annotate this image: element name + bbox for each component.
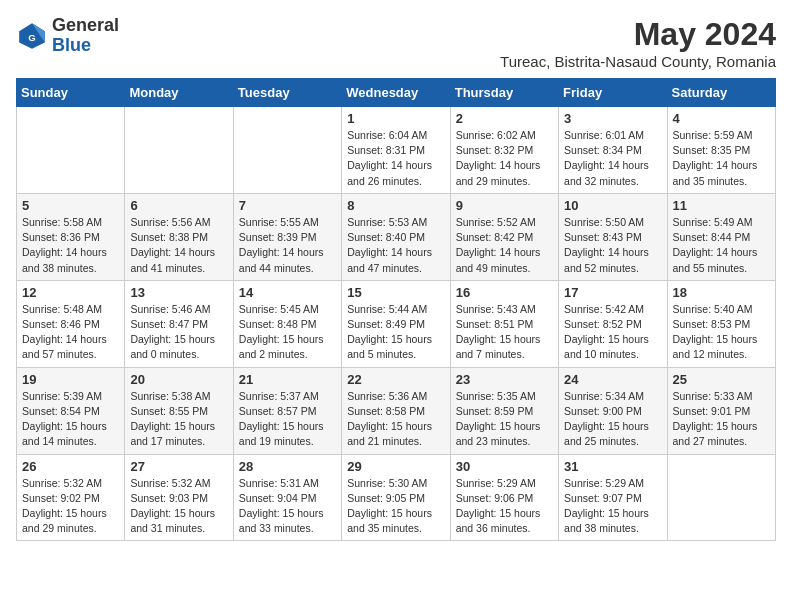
logo-icon: G bbox=[16, 20, 48, 52]
day-number: 15 bbox=[347, 285, 444, 300]
day-number: 28 bbox=[239, 459, 336, 474]
day-info: Sunrise: 5:36 AM Sunset: 8:58 PM Dayligh… bbox=[347, 389, 444, 450]
day-number: 7 bbox=[239, 198, 336, 213]
day-info: Sunrise: 5:48 AM Sunset: 8:46 PM Dayligh… bbox=[22, 302, 119, 363]
day-info: Sunrise: 5:29 AM Sunset: 9:07 PM Dayligh… bbox=[564, 476, 661, 537]
day-info: Sunrise: 5:43 AM Sunset: 8:51 PM Dayligh… bbox=[456, 302, 553, 363]
day-number: 12 bbox=[22, 285, 119, 300]
calendar-day-cell: 26Sunrise: 5:32 AM Sunset: 9:02 PM Dayli… bbox=[17, 454, 125, 541]
weekday-header-friday: Friday bbox=[559, 79, 667, 107]
calendar-day-cell: 27Sunrise: 5:32 AM Sunset: 9:03 PM Dayli… bbox=[125, 454, 233, 541]
weekday-header-monday: Monday bbox=[125, 79, 233, 107]
calendar-day-cell: 9Sunrise: 5:52 AM Sunset: 8:42 PM Daylig… bbox=[450, 193, 558, 280]
page-header: G General Blue May 2024 Tureac, Bistrita… bbox=[16, 16, 776, 70]
empty-day-cell bbox=[667, 454, 775, 541]
logo-general-text: General bbox=[52, 16, 119, 36]
day-number: 8 bbox=[347, 198, 444, 213]
calendar-day-cell: 24Sunrise: 5:34 AM Sunset: 9:00 PM Dayli… bbox=[559, 367, 667, 454]
day-number: 25 bbox=[673, 372, 770, 387]
day-info: Sunrise: 5:40 AM Sunset: 8:53 PM Dayligh… bbox=[673, 302, 770, 363]
day-number: 30 bbox=[456, 459, 553, 474]
calendar-day-cell: 12Sunrise: 5:48 AM Sunset: 8:46 PM Dayli… bbox=[17, 280, 125, 367]
day-info: Sunrise: 5:29 AM Sunset: 9:06 PM Dayligh… bbox=[456, 476, 553, 537]
calendar-day-cell: 16Sunrise: 5:43 AM Sunset: 8:51 PM Dayli… bbox=[450, 280, 558, 367]
logo: G General Blue bbox=[16, 16, 119, 56]
weekday-header-thursday: Thursday bbox=[450, 79, 558, 107]
day-info: Sunrise: 6:04 AM Sunset: 8:31 PM Dayligh… bbox=[347, 128, 444, 189]
calendar-day-cell: 19Sunrise: 5:39 AM Sunset: 8:54 PM Dayli… bbox=[17, 367, 125, 454]
calendar-day-cell: 5Sunrise: 5:58 AM Sunset: 8:36 PM Daylig… bbox=[17, 193, 125, 280]
day-number: 11 bbox=[673, 198, 770, 213]
day-number: 14 bbox=[239, 285, 336, 300]
day-info: Sunrise: 5:56 AM Sunset: 8:38 PM Dayligh… bbox=[130, 215, 227, 276]
calendar-day-cell: 7Sunrise: 5:55 AM Sunset: 8:39 PM Daylig… bbox=[233, 193, 341, 280]
day-info: Sunrise: 5:46 AM Sunset: 8:47 PM Dayligh… bbox=[130, 302, 227, 363]
day-info: Sunrise: 5:58 AM Sunset: 8:36 PM Dayligh… bbox=[22, 215, 119, 276]
day-info: Sunrise: 5:32 AM Sunset: 9:03 PM Dayligh… bbox=[130, 476, 227, 537]
day-info: Sunrise: 5:59 AM Sunset: 8:35 PM Dayligh… bbox=[673, 128, 770, 189]
day-info: Sunrise: 6:02 AM Sunset: 8:32 PM Dayligh… bbox=[456, 128, 553, 189]
calendar-day-cell: 14Sunrise: 5:45 AM Sunset: 8:48 PM Dayli… bbox=[233, 280, 341, 367]
day-number: 26 bbox=[22, 459, 119, 474]
day-info: Sunrise: 5:55 AM Sunset: 8:39 PM Dayligh… bbox=[239, 215, 336, 276]
day-number: 6 bbox=[130, 198, 227, 213]
calendar-day-cell: 22Sunrise: 5:36 AM Sunset: 8:58 PM Dayli… bbox=[342, 367, 450, 454]
calendar-day-cell: 10Sunrise: 5:50 AM Sunset: 8:43 PM Dayli… bbox=[559, 193, 667, 280]
day-info: Sunrise: 5:42 AM Sunset: 8:52 PM Dayligh… bbox=[564, 302, 661, 363]
calendar-week-row: 26Sunrise: 5:32 AM Sunset: 9:02 PM Dayli… bbox=[17, 454, 776, 541]
day-number: 1 bbox=[347, 111, 444, 126]
month-year-title: May 2024 bbox=[500, 16, 776, 53]
day-number: 5 bbox=[22, 198, 119, 213]
calendar-day-cell: 8Sunrise: 5:53 AM Sunset: 8:40 PM Daylig… bbox=[342, 193, 450, 280]
day-number: 4 bbox=[673, 111, 770, 126]
day-number: 20 bbox=[130, 372, 227, 387]
day-info: Sunrise: 5:45 AM Sunset: 8:48 PM Dayligh… bbox=[239, 302, 336, 363]
calendar-week-row: 5Sunrise: 5:58 AM Sunset: 8:36 PM Daylig… bbox=[17, 193, 776, 280]
calendar-week-row: 19Sunrise: 5:39 AM Sunset: 8:54 PM Dayli… bbox=[17, 367, 776, 454]
day-info: Sunrise: 5:30 AM Sunset: 9:05 PM Dayligh… bbox=[347, 476, 444, 537]
day-info: Sunrise: 5:33 AM Sunset: 9:01 PM Dayligh… bbox=[673, 389, 770, 450]
weekday-header-saturday: Saturday bbox=[667, 79, 775, 107]
calendar-day-cell: 4Sunrise: 5:59 AM Sunset: 8:35 PM Daylig… bbox=[667, 107, 775, 194]
calendar-day-cell: 13Sunrise: 5:46 AM Sunset: 8:47 PM Dayli… bbox=[125, 280, 233, 367]
day-info: Sunrise: 5:52 AM Sunset: 8:42 PM Dayligh… bbox=[456, 215, 553, 276]
day-number: 22 bbox=[347, 372, 444, 387]
day-info: Sunrise: 5:34 AM Sunset: 9:00 PM Dayligh… bbox=[564, 389, 661, 450]
calendar-day-cell: 25Sunrise: 5:33 AM Sunset: 9:01 PM Dayli… bbox=[667, 367, 775, 454]
calendar-table: SundayMondayTuesdayWednesdayThursdayFrid… bbox=[16, 78, 776, 541]
calendar-day-cell: 28Sunrise: 5:31 AM Sunset: 9:04 PM Dayli… bbox=[233, 454, 341, 541]
day-number: 17 bbox=[564, 285, 661, 300]
logo-blue-text: Blue bbox=[52, 36, 119, 56]
weekday-header-tuesday: Tuesday bbox=[233, 79, 341, 107]
calendar-day-cell: 31Sunrise: 5:29 AM Sunset: 9:07 PM Dayli… bbox=[559, 454, 667, 541]
day-number: 18 bbox=[673, 285, 770, 300]
day-info: Sunrise: 5:53 AM Sunset: 8:40 PM Dayligh… bbox=[347, 215, 444, 276]
day-info: Sunrise: 5:32 AM Sunset: 9:02 PM Dayligh… bbox=[22, 476, 119, 537]
day-info: Sunrise: 6:01 AM Sunset: 8:34 PM Dayligh… bbox=[564, 128, 661, 189]
calendar-day-cell: 17Sunrise: 5:42 AM Sunset: 8:52 PM Dayli… bbox=[559, 280, 667, 367]
title-block: May 2024 Tureac, Bistrita-Nasaud County,… bbox=[500, 16, 776, 70]
empty-day-cell bbox=[233, 107, 341, 194]
calendar-day-cell: 6Sunrise: 5:56 AM Sunset: 8:38 PM Daylig… bbox=[125, 193, 233, 280]
day-info: Sunrise: 5:49 AM Sunset: 8:44 PM Dayligh… bbox=[673, 215, 770, 276]
location-text: Tureac, Bistrita-Nasaud County, Romania bbox=[500, 53, 776, 70]
calendar-day-cell: 23Sunrise: 5:35 AM Sunset: 8:59 PM Dayli… bbox=[450, 367, 558, 454]
empty-day-cell bbox=[17, 107, 125, 194]
calendar-day-cell: 3Sunrise: 6:01 AM Sunset: 8:34 PM Daylig… bbox=[559, 107, 667, 194]
day-number: 2 bbox=[456, 111, 553, 126]
day-info: Sunrise: 5:37 AM Sunset: 8:57 PM Dayligh… bbox=[239, 389, 336, 450]
calendar-day-cell: 18Sunrise: 5:40 AM Sunset: 8:53 PM Dayli… bbox=[667, 280, 775, 367]
weekday-header-wednesday: Wednesday bbox=[342, 79, 450, 107]
calendar-day-cell: 2Sunrise: 6:02 AM Sunset: 8:32 PM Daylig… bbox=[450, 107, 558, 194]
calendar-day-cell: 11Sunrise: 5:49 AM Sunset: 8:44 PM Dayli… bbox=[667, 193, 775, 280]
calendar-day-cell: 30Sunrise: 5:29 AM Sunset: 9:06 PM Dayli… bbox=[450, 454, 558, 541]
empty-day-cell bbox=[125, 107, 233, 194]
calendar-day-cell: 15Sunrise: 5:44 AM Sunset: 8:49 PM Dayli… bbox=[342, 280, 450, 367]
day-number: 23 bbox=[456, 372, 553, 387]
day-info: Sunrise: 5:35 AM Sunset: 8:59 PM Dayligh… bbox=[456, 389, 553, 450]
calendar-week-row: 1Sunrise: 6:04 AM Sunset: 8:31 PM Daylig… bbox=[17, 107, 776, 194]
day-info: Sunrise: 5:31 AM Sunset: 9:04 PM Dayligh… bbox=[239, 476, 336, 537]
day-number: 31 bbox=[564, 459, 661, 474]
day-number: 27 bbox=[130, 459, 227, 474]
day-number: 10 bbox=[564, 198, 661, 213]
